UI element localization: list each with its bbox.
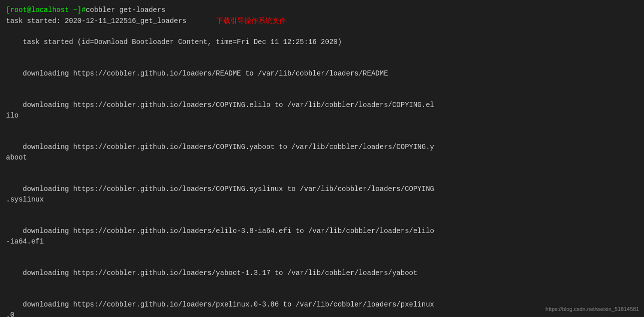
output-line-8: downloading https://cobbler.github.io/lo… <box>6 216 638 258</box>
watermark-text: https://blog.csdn.net/weixin_51814581 <box>546 305 639 314</box>
output-line-5: downloading https://cobbler.github.io/lo… <box>6 90 638 132</box>
command-line-1: [root@localhost ~]#cobbler get-loaders <box>6 5 638 16</box>
output-line-9: downloading https://cobbler.github.io/lo… <box>6 258 638 289</box>
output-line-10: downloading https://cobbler.github.io/lo… <box>6 289 638 317</box>
output-line-2: task started: 2020-12-11_122516_get_load… <box>6 16 638 26</box>
output-line-3: task started (id=Download Bootloader Con… <box>6 26 638 58</box>
output-line-4: downloading https://cobbler.github.io/lo… <box>6 58 638 90</box>
output-line-7: downloading https://cobbler.github.io/lo… <box>6 174 638 216</box>
annotation-text: 下载引导操作系统文件 <box>216 16 286 26</box>
prompt-1: [root@localhost ~]# <box>6 5 86 16</box>
command-1: cobbler get-loaders <box>86 5 166 16</box>
output-line-6: downloading https://cobbler.github.io/lo… <box>6 132 638 174</box>
task-started-text: task started: 2020-12-11_122516_get_load… <box>6 16 186 26</box>
terminal-window: [root@localhost ~]#cobbler get-loaders t… <box>0 0 644 317</box>
